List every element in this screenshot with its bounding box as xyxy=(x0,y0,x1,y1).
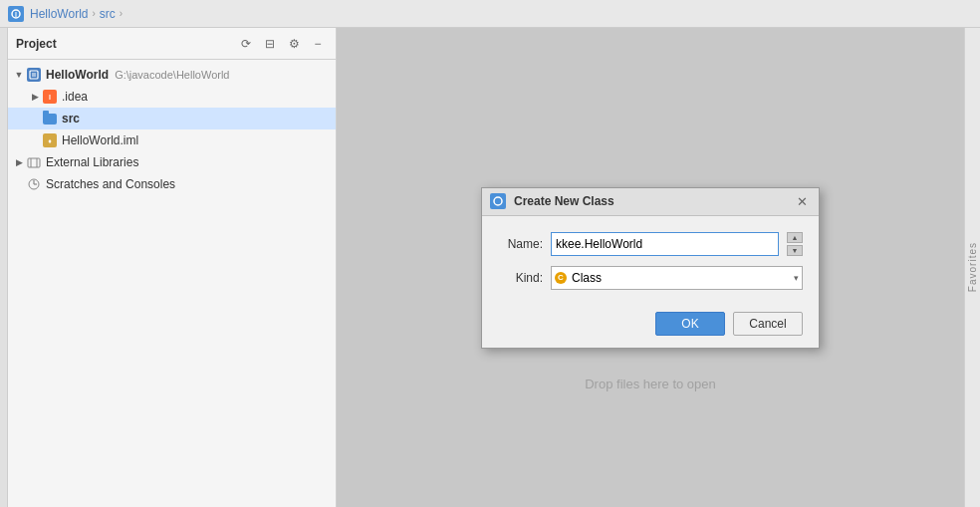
idea-folder-icon: I xyxy=(42,89,58,105)
dialog-title: Create New Class xyxy=(514,194,785,208)
tree-item-idea[interactable]: I .idea xyxy=(8,86,336,108)
project-icon xyxy=(26,67,42,83)
favorites-strip: Favorites xyxy=(964,28,980,507)
ok-button[interactable]: OK xyxy=(655,312,725,336)
name-input[interactable] xyxy=(551,232,779,256)
sort-down-button[interactable]: ▼ xyxy=(787,245,803,256)
favorites-label: Favorites xyxy=(967,242,978,292)
kind-select[interactable]: Class Interface Enum Annotation xyxy=(551,266,803,290)
tree-item-scratches[interactable]: Scratches and Consoles xyxy=(8,173,336,195)
helloworld-path: G:\javacode\HelloWorld xyxy=(115,69,229,81)
breadcrumb-src[interactable]: src xyxy=(100,7,116,21)
cancel-button[interactable]: Cancel xyxy=(733,312,803,336)
content-area: Search Everywhere Double Shift Drop file… xyxy=(337,28,964,507)
create-new-class-dialog: Create New Class ✕ Name: ▲ ▼ xyxy=(481,187,820,349)
breadcrumb-sep2: › xyxy=(120,8,122,19)
svg-text:I: I xyxy=(15,11,17,18)
svg-point-11 xyxy=(494,197,502,205)
iml-label: HelloWorld.iml xyxy=(62,133,138,147)
dialog-body: Name: ▲ ▼ Kind: C Class xyxy=(482,216,819,312)
svg-rect-2 xyxy=(30,71,38,79)
dialog-title-icon xyxy=(490,193,506,209)
dialog-overlay: Create New Class ✕ Name: ▲ ▼ xyxy=(337,28,964,507)
sidebar-title: Project xyxy=(16,37,232,51)
src-folder-icon xyxy=(42,111,58,127)
scratches-icon xyxy=(26,176,42,192)
dialog-buttons: OK Cancel xyxy=(482,312,819,348)
dialog-close-button[interactable]: ✕ xyxy=(793,192,811,210)
breadcrumb-project[interactable]: HelloWorld xyxy=(30,7,88,21)
sidebar-toolbar: Project ⟳ ⊟ ⚙ − xyxy=(8,28,336,60)
tree-item-iml[interactable]: ♦ HelloWorld.iml xyxy=(8,129,336,151)
collapse-icon[interactable]: ⊟ xyxy=(260,34,280,54)
minimize-icon[interactable]: − xyxy=(308,34,328,54)
title-bar: I HelloWorld › src › xyxy=(0,0,980,28)
tree-item-src[interactable]: src xyxy=(8,108,336,129)
scratches-label: Scratches and Consoles xyxy=(46,177,175,191)
src-label: src xyxy=(62,112,80,126)
breadcrumb-sep1: › xyxy=(92,8,95,19)
sync-icon[interactable]: ⟳ xyxy=(236,34,256,54)
app-icon: I xyxy=(8,6,24,22)
sort-buttons: ▲ ▼ xyxy=(787,232,803,256)
name-label: Name: xyxy=(498,237,543,251)
dialog-name-row: Name: ▲ ▼ xyxy=(498,232,803,256)
helloworld-label: HelloWorld xyxy=(46,68,109,82)
sidebar: Project ⟳ ⊟ ⚙ − HelloWorld G:\javacode\H… xyxy=(8,28,337,507)
kind-label: Kind: xyxy=(498,271,543,285)
tree-arrow-helloworld xyxy=(12,68,26,82)
settings-icon[interactable]: ⚙ xyxy=(284,34,304,54)
tree-item-helloworld[interactable]: HelloWorld G:\javacode\HelloWorld xyxy=(8,64,336,86)
svg-rect-5 xyxy=(28,158,40,167)
idea-label: .idea xyxy=(62,90,88,104)
tree-item-ext-libs[interactable]: External Libraries xyxy=(8,151,336,173)
iml-file-icon: ♦ xyxy=(42,132,58,148)
dialog-titlebar: Create New Class ✕ xyxy=(482,188,819,216)
tree-arrow-ext-libs xyxy=(12,155,26,169)
project-tree: HelloWorld G:\javacode\HelloWorld I .ide… xyxy=(8,60,336,507)
main-layout: Project ⟳ ⊟ ⚙ − HelloWorld G:\javacode\H… xyxy=(0,28,980,507)
ext-libs-icon xyxy=(26,154,42,170)
kind-select-wrapper: C Class Interface Enum Annotation ▾ xyxy=(551,266,803,290)
dialog-kind-row: Kind: C Class Interface Enum Annotation … xyxy=(498,266,803,290)
sort-up-button[interactable]: ▲ xyxy=(787,232,803,243)
tree-arrow-idea xyxy=(28,90,42,104)
breadcrumb: HelloWorld › src › xyxy=(30,7,122,21)
left-strip xyxy=(0,28,8,507)
ext-libs-label: External Libraries xyxy=(46,155,138,169)
